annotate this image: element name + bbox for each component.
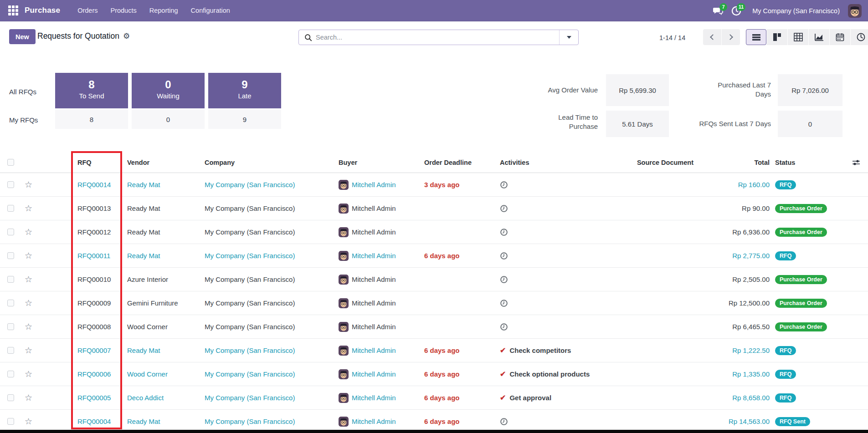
rfq-reference[interactable]: RFQ00014	[75, 181, 125, 188]
header-status[interactable]: Status	[770, 159, 842, 166]
activity-clock-icon[interactable]	[500, 252, 508, 260]
favorite-star-icon[interactable]: ☆	[25, 417, 32, 426]
kpi-card-late[interactable]: 9 Late 9	[208, 73, 281, 129]
table-row[interactable]: ☆RFQ00014Ready MatMy Company (San Franci…	[0, 173, 868, 197]
pager-previous-button[interactable]	[703, 29, 721, 45]
activity-check-icon[interactable]: ✔	[500, 393, 506, 402]
rfq-reference[interactable]: RFQ00012	[75, 228, 125, 236]
table-row[interactable]: ☆RFQ00012Ready MatMy Company (San Franci…	[0, 220, 868, 244]
app-brand[interactable]: Purchase	[25, 6, 60, 15]
messages-icon[interactable]: 7	[711, 4, 725, 18]
header-vendor[interactable]: Vendor	[125, 159, 203, 166]
favorite-star-icon[interactable]: ☆	[25, 346, 32, 355]
favorite-star-icon[interactable]: ☆	[25, 204, 32, 213]
view-pivot-button[interactable]	[788, 29, 808, 45]
table-row[interactable]: ☆RFQ00011Ready MatMy Company (San Franci…	[0, 244, 868, 268]
header-rfq[interactable]: RFQ	[75, 159, 125, 166]
activity-cell[interactable]	[495, 204, 605, 213]
activity-cell[interactable]: ✔Get approval	[495, 393, 605, 402]
activity-check-icon[interactable]: ✔	[500, 370, 506, 378]
activity-cell[interactable]: ✔Check optional products	[495, 370, 605, 378]
activity-cell[interactable]	[495, 418, 605, 426]
rfq-reference[interactable]: RFQ00011	[75, 252, 125, 260]
activity-clock-icon[interactable]	[500, 275, 508, 284]
activity-clock-icon[interactable]	[500, 204, 508, 213]
row-checkbox[interactable]	[7, 394, 14, 401]
kpi-card-waiting[interactable]: 0 Waiting 0	[132, 73, 205, 129]
menu-orders[interactable]: Orders	[72, 4, 103, 17]
row-checkbox[interactable]	[7, 229, 14, 235]
favorite-star-icon[interactable]: ☆	[25, 298, 32, 308]
rfq-reference[interactable]: RFQ00008	[75, 323, 125, 331]
view-list-button[interactable]	[746, 29, 766, 45]
header-company[interactable]: Company	[203, 159, 337, 166]
user-avatar[interactable]	[848, 4, 862, 18]
my-to-send-count[interactable]: 8	[55, 110, 128, 129]
row-checkbox[interactable]	[7, 347, 14, 354]
kpi-card-to-send[interactable]: 8 To Send 8	[55, 73, 128, 129]
favorite-star-icon[interactable]: ☆	[25, 227, 32, 237]
header-buyer[interactable]: Buyer	[337, 159, 422, 166]
company-switcher[interactable]: My Company (San Francisco)	[752, 7, 840, 15]
my-late-count[interactable]: 9	[208, 110, 281, 129]
gear-icon[interactable]: ⚙	[123, 31, 130, 41]
search-input[interactable]	[316, 34, 559, 41]
favorite-star-icon[interactable]: ☆	[25, 322, 32, 331]
table-row[interactable]: ☆RFQ00006Wood CornerMy Company (San Fran…	[0, 362, 868, 386]
table-row[interactable]: ☆RFQ00008Wood CornerMy Company (San Fran…	[0, 315, 868, 339]
header-order-deadline[interactable]: Order Deadline	[422, 159, 495, 166]
row-checkbox[interactable]	[7, 418, 14, 425]
row-checkbox[interactable]	[7, 371, 14, 377]
menu-products[interactable]: Products	[105, 4, 142, 17]
view-calendar-button[interactable]	[830, 29, 850, 45]
row-checkbox[interactable]	[7, 276, 14, 283]
activity-cell[interactable]: ✔Check competitors	[495, 346, 605, 355]
view-activity-button[interactable]	[851, 29, 868, 45]
header-total[interactable]: Total	[714, 159, 770, 166]
apps-grid-icon[interactable]	[8, 5, 18, 15]
favorite-star-icon[interactable]: ☆	[25, 275, 32, 284]
activity-clock-icon[interactable]	[500, 418, 508, 426]
favorite-star-icon[interactable]: ☆	[25, 251, 32, 260]
table-row[interactable]: ☆RFQ00010Azure InteriorMy Company (San F…	[0, 268, 868, 291]
table-row[interactable]: ☆RFQ00013Ready MatMy Company (San Franci…	[0, 197, 868, 220]
activity-clock-icon[interactable]	[500, 181, 508, 189]
row-checkbox[interactable]	[7, 205, 14, 212]
rfq-reference[interactable]: RFQ00004	[75, 418, 125, 425]
row-checkbox[interactable]	[7, 300, 14, 306]
activity-clock-icon[interactable]	[500, 228, 508, 236]
activity-cell[interactable]	[495, 228, 605, 236]
rfq-reference[interactable]: RFQ00013	[75, 204, 125, 212]
table-row[interactable]: ☆RFQ00007Ready MatMy Company (San Franci…	[0, 339, 868, 362]
new-button[interactable]: New	[9, 29, 36, 44]
activity-clock-icon[interactable]	[500, 323, 508, 331]
activity-clock-icon[interactable]	[500, 299, 508, 307]
row-checkbox[interactable]	[7, 252, 14, 259]
menu-configuration[interactable]: Configuration	[185, 4, 236, 17]
select-all-checkbox[interactable]	[7, 159, 14, 166]
header-source-document[interactable]: Source Document	[605, 159, 714, 166]
table-row[interactable]: ☆RFQ00009Gemini FurnitureMy Company (San…	[0, 291, 868, 315]
activity-cell[interactable]	[495, 323, 605, 331]
activity-cell[interactable]	[495, 181, 605, 189]
row-checkbox[interactable]	[7, 323, 14, 330]
activities-icon[interactable]: 11	[729, 4, 743, 18]
rfq-reference[interactable]: RFQ00009	[75, 299, 125, 307]
row-checkbox[interactable]	[7, 181, 14, 188]
header-activities[interactable]: Activities	[495, 159, 605, 166]
menu-reporting[interactable]: Reporting	[144, 4, 184, 17]
my-waiting-count[interactable]: 0	[132, 110, 205, 129]
rfq-reference[interactable]: RFQ00005	[75, 394, 125, 402]
rfq-reference[interactable]: RFQ00006	[75, 370, 125, 378]
activity-cell[interactable]	[495, 299, 605, 307]
favorite-star-icon[interactable]: ☆	[25, 180, 32, 189]
activity-check-icon[interactable]: ✔	[500, 346, 506, 355]
pager-next-button[interactable]	[722, 29, 740, 45]
view-graph-button[interactable]	[809, 29, 829, 45]
activity-cell[interactable]	[495, 275, 605, 284]
view-kanban-button[interactable]	[767, 29, 787, 45]
favorite-star-icon[interactable]: ☆	[25, 393, 32, 402]
favorite-star-icon[interactable]: ☆	[25, 369, 32, 379]
search-dropdown-toggle[interactable]	[559, 30, 578, 45]
optional-columns-button[interactable]	[842, 159, 868, 166]
